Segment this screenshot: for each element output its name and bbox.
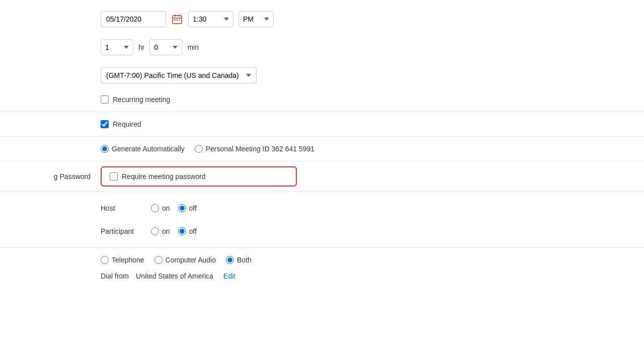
ampm-select[interactable]: PM AM: [238, 11, 274, 27]
dial-country: United States of America: [136, 272, 213, 280]
generate-auto-label[interactable]: Generate Automatically: [101, 145, 185, 153]
participant-off-radio[interactable]: [178, 227, 186, 235]
registration-checkbox-label[interactable]: Required: [101, 120, 141, 128]
require-password-checkbox[interactable]: [110, 172, 118, 180]
computer-audio-text: Computer Audio: [166, 256, 216, 264]
host-video-label: Host: [101, 204, 151, 212]
time-select[interactable]: 1:30: [188, 11, 233, 27]
participant-onoff-group: on off: [151, 227, 197, 235]
recurring-meeting-checkbox-label[interactable]: Recurring meeting: [101, 96, 170, 104]
telephone-radio[interactable]: [101, 256, 109, 264]
host-off-text: off: [189, 204, 197, 212]
duration-min-select[interactable]: 0 15 30 45: [149, 39, 182, 55]
host-on-text: on: [162, 204, 170, 212]
computer-audio-label[interactable]: Computer Audio: [154, 256, 216, 264]
require-password-text: Require meeting password: [122, 172, 206, 180]
registration-checkbox[interactable]: [101, 120, 109, 128]
host-video-row: Host on off: [101, 200, 197, 216]
both-audio-label[interactable]: Both: [226, 256, 252, 264]
svg-rect-4: [174, 20, 176, 21]
participant-on-label[interactable]: on: [151, 227, 170, 235]
host-on-radio[interactable]: [151, 204, 159, 212]
require-password-checkbox-label[interactable]: Require meeting password: [110, 172, 206, 180]
hr-label: hr: [138, 43, 144, 51]
personal-id-label[interactable]: Personal Meeting ID 362 641 5991: [195, 145, 314, 153]
generate-auto-radio[interactable]: [101, 145, 109, 153]
audio-radio-group: Telephone Computer Audio Both: [101, 256, 252, 264]
host-off-label[interactable]: off: [178, 204, 197, 212]
svg-rect-5: [177, 20, 178, 21]
svg-rect-6: [179, 20, 180, 21]
both-audio-text: Both: [237, 256, 252, 264]
participant-video-label: Participant: [101, 227, 151, 235]
participant-on-radio[interactable]: [151, 227, 159, 235]
recurring-meeting-checkbox[interactable]: [101, 96, 109, 104]
participant-off-label[interactable]: off: [178, 227, 197, 235]
computer-audio-radio[interactable]: [154, 256, 163, 264]
dial-prefix: Dial from: [101, 272, 129, 280]
generate-auto-text: Generate Automatically: [112, 145, 185, 153]
participant-on-text: on: [162, 227, 170, 235]
recurring-meeting-text: Recurring meeting: [113, 96, 170, 104]
timezone-select[interactable]: (GMT-7:00) Pacific Time (US and Canada): [101, 67, 257, 83]
participant-off-text: off: [189, 227, 197, 235]
personal-id-text: Personal Meeting ID 362 641 5991: [206, 145, 314, 153]
meeting-id-radio-group: Generate Automatically Personal Meeting …: [101, 145, 314, 153]
registration-text: Required: [113, 120, 141, 128]
telephone-label[interactable]: Telephone: [101, 256, 144, 264]
personal-id-radio[interactable]: [195, 145, 203, 153]
min-label: min: [187, 43, 199, 51]
telephone-text: Telephone: [112, 256, 144, 264]
password-label: g Password: [0, 172, 101, 180]
participant-video-row: Participant on off: [101, 223, 197, 239]
duration-hr-select[interactable]: 1 0 2: [101, 39, 133, 55]
host-off-radio[interactable]: [178, 204, 186, 212]
date-input[interactable]: [101, 11, 166, 27]
both-audio-radio[interactable]: [226, 256, 234, 264]
dial-edit-link[interactable]: Edit: [223, 272, 235, 280]
calendar-icon[interactable]: [171, 13, 183, 25]
host-onoff-group: on off: [151, 204, 197, 212]
host-on-label[interactable]: on: [151, 204, 170, 212]
